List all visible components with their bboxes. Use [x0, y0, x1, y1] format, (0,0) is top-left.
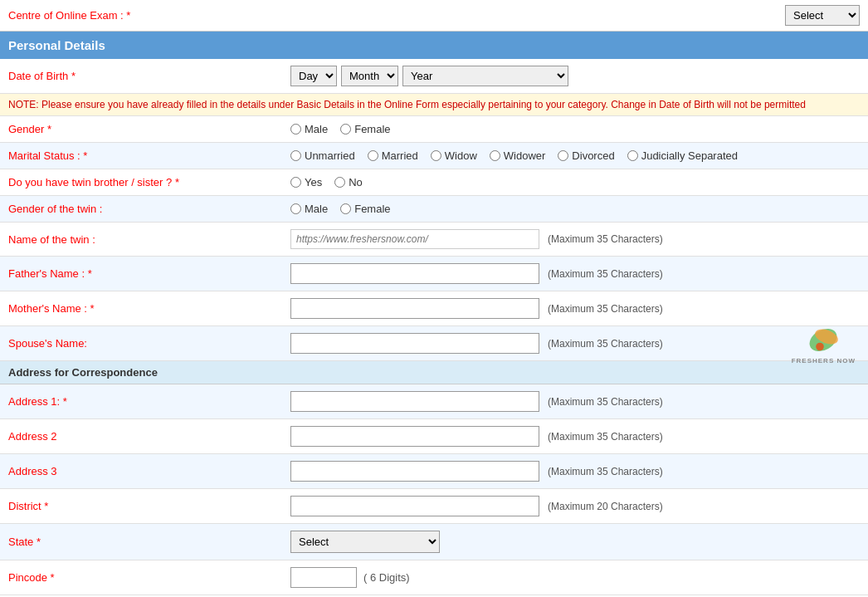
centre-required: * — [126, 9, 130, 22]
twin-yes[interactable]: Yes — [290, 176, 322, 188]
dob-selects: Day Month Year — [290, 66, 568, 86]
marital-judicially[interactable]: Judicially Separated — [627, 149, 738, 162]
address1-input[interactable] — [290, 391, 539, 412]
district-row: District * (Maximum 20 Characters) — [0, 489, 868, 524]
pincode-row: Pincode * ( 6 Digits) — [0, 560, 868, 595]
twin-gender-female[interactable]: Female — [340, 203, 390, 215]
address2-label: Address 2 — [8, 430, 290, 443]
address3-max: (Maximum 35 Characters) — [548, 466, 663, 477]
father-name-row: Father's Name : * (Maximum 35 Characters… — [0, 257, 868, 291]
twin-gender-row: Gender of the twin : Male Female — [0, 196, 868, 223]
freshersnow-logo: FRESHERS NOW — [792, 323, 856, 364]
twin-yes-radio[interactable] — [290, 177, 301, 188]
twin-name-row: Name of the twin : (Maximum 35 Character… — [0, 223, 868, 257]
spouse-name-row: Spouse's Name: (Maximum 35 Characters) F… — [0, 326, 868, 361]
marital-unmarried[interactable]: Unmarried — [290, 149, 355, 162]
address3-label: Address 3 — [8, 465, 290, 477]
twin-gender-options: Male Female — [290, 203, 391, 215]
address2-row: Address 2 (Maximum 35 Characters) — [0, 419, 868, 454]
gender-row: Gender * Male Female — [0, 116, 868, 143]
day-select[interactable]: Day — [290, 66, 337, 86]
twin-name-max: (Maximum 35 Characters) — [548, 233, 663, 245]
marital-divorced[interactable]: Divorced — [558, 149, 614, 162]
svg-point-2 — [817, 342, 825, 350]
personal-details-header: Personal Details — [0, 32, 868, 59]
address2-input[interactable] — [290, 426, 539, 447]
father-name-label: Father's Name : * — [8, 267, 290, 280]
gender-female-option[interactable]: Female — [340, 123, 390, 135]
address1-label: Address 1: * — [8, 395, 290, 408]
twin-gender-label: Gender of the twin : — [8, 203, 290, 215]
section-header-text: Personal Details — [8, 38, 105, 52]
spouse-name-input[interactable] — [290, 333, 539, 354]
mother-name-label: Mother's Name : * — [8, 302, 290, 315]
mother-name-input[interactable] — [290, 298, 539, 319]
month-select[interactable]: Month — [341, 66, 398, 86]
district-max: (Maximum 20 Characters) — [548, 501, 663, 512]
gender-label: Gender * — [8, 123, 290, 135]
marital-widower-radio[interactable] — [490, 150, 500, 161]
address2-max: (Maximum 35 Characters) — [548, 431, 663, 443]
marital-widow[interactable]: Widow — [431, 149, 477, 162]
spouse-name-label: Spouse's Name: — [8, 337, 290, 350]
freshersnow-icon — [802, 323, 844, 356]
marital-status-options: Unmarried Married Widow Widower Divorced… — [290, 149, 738, 162]
twin-gender-female-radio[interactable] — [340, 203, 351, 214]
pincode-hint: ( 6 Digits) — [363, 571, 410, 584]
district-label: District * — [8, 500, 290, 512]
marital-widower[interactable]: Widower — [490, 149, 546, 162]
address3-input[interactable] — [290, 461, 539, 482]
twin-name-label: Name of the twin : — [8, 233, 290, 246]
spouse-name-max: (Maximum 35 Characters) — [548, 338, 663, 350]
marital-married-radio[interactable] — [368, 150, 378, 161]
mother-name-row: Mother's Name : * (Maximum 35 Characters… — [0, 291, 868, 326]
twin-gender-male[interactable]: Male — [290, 203, 328, 215]
twin-no[interactable]: No — [334, 176, 363, 188]
twin-name-input[interactable] — [290, 229, 539, 249]
twin-question-options: Yes No — [290, 176, 363, 188]
address1-row: Address 1: * (Maximum 35 Characters) — [0, 384, 868, 419]
mother-name-max: (Maximum 35 Characters) — [548, 303, 663, 315]
gender-male-option[interactable]: Male — [290, 123, 328, 135]
centre-label-text: Centre of Online Exam : — [8, 9, 124, 22]
state-row: State * Select — [0, 524, 868, 560]
state-select[interactable]: Select — [290, 531, 440, 553]
note-text: NOTE: Please ensure you have already fil… — [8, 99, 806, 110]
marital-unmarried-radio[interactable] — [290, 150, 301, 161]
marital-married[interactable]: Married — [368, 149, 418, 162]
marital-widow-radio[interactable] — [431, 150, 441, 161]
note-row: NOTE: Please ensure you have already fil… — [0, 94, 868, 116]
marital-judicially-radio[interactable] — [627, 150, 638, 161]
dob-row: Date of Birth * Day Month Year — [0, 59, 868, 94]
twin-no-radio[interactable] — [334, 177, 345, 188]
father-name-input[interactable] — [290, 263, 539, 284]
top-bar: Centre of Online Exam : * Select — [0, 0, 868, 32]
year-select[interactable]: Year — [402, 66, 568, 86]
state-label: State * — [8, 536, 290, 548]
marital-divorced-radio[interactable] — [558, 150, 568, 161]
marital-status-row: Marital Status : * Unmarried Married Wid… — [0, 143, 868, 169]
gender-male-radio[interactable] — [290, 124, 301, 135]
address3-row: Address 3 (Maximum 35 Characters) — [0, 454, 868, 489]
gender-male-label: Male — [305, 123, 328, 135]
address1-max: (Maximum 35 Characters) — [548, 396, 663, 408]
freshersnow-text: FRESHERS NOW — [792, 356, 856, 364]
gender-female-label: Female — [354, 123, 390, 135]
father-name-max: (Maximum 35 Characters) — [548, 268, 663, 280]
address-header: Address for Correspondence — [0, 361, 868, 384]
centre-select[interactable]: Select — [785, 5, 860, 26]
marital-status-label: Marital Status : * — [8, 149, 290, 162]
twin-question-row: Do you have twin brother / sister ? * Ye… — [0, 169, 868, 196]
district-input[interactable] — [290, 496, 539, 516]
twin-question-label: Do you have twin brother / sister ? * — [8, 176, 290, 188]
twin-gender-male-radio[interactable] — [290, 203, 301, 214]
centre-label: Centre of Online Exam : * — [8, 9, 785, 22]
pincode-input[interactable] — [290, 567, 357, 588]
gender-female-radio[interactable] — [340, 124, 351, 135]
dob-label: Date of Birth * — [8, 70, 290, 82]
gender-options: Male Female — [290, 123, 391, 135]
pincode-label: Pincode * — [8, 571, 290, 584]
